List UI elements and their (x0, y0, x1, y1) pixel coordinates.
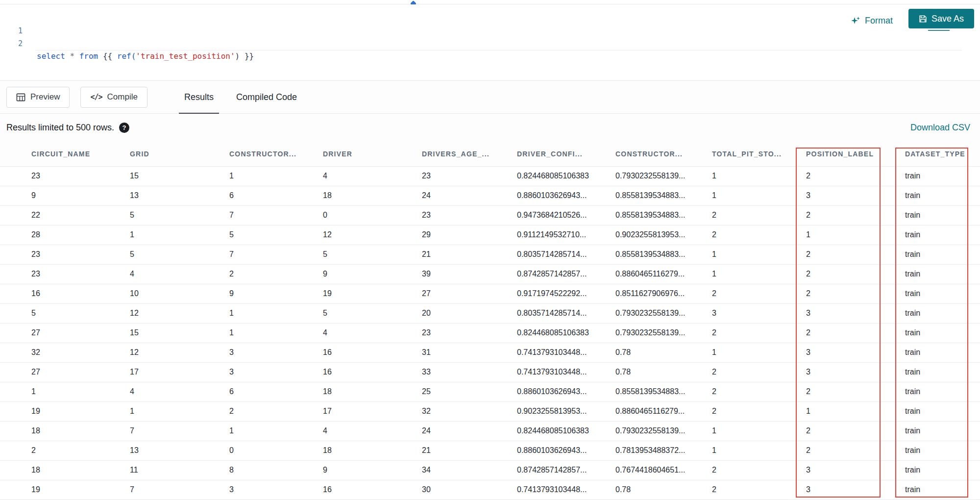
table-row: 22570230.9473684210526...0.8558139534883… (0, 205, 980, 225)
tab-results[interactable]: Results (173, 81, 225, 113)
table-cell: 0.8860465116279... (615, 264, 712, 284)
column-header: DRIVER_CONFI... (517, 142, 615, 166)
table-cell: 0.8511627906976... (615, 284, 712, 303)
table-cell: train (905, 303, 980, 323)
table-cell: 1 (712, 421, 806, 441)
table-cell: 9 (0, 186, 130, 205)
table-cell: 1 (130, 225, 229, 245)
code-token: {{ (98, 51, 117, 61)
table-cell: 0.8742857142857... (517, 264, 615, 284)
code-token: from (79, 51, 98, 61)
table-row: 14618250.8860103626943...0.8558139534883… (0, 382, 980, 401)
table-cell: 12 (130, 303, 229, 323)
table-cell: 2 (712, 362, 806, 382)
table-cell: 9 (323, 264, 422, 284)
table-row: 23575210.8035714285714...0.8558139534883… (0, 245, 980, 264)
results-info-bar: Results limited to 500 rows. ? Download … (0, 114, 980, 142)
code-token: ref( (117, 51, 136, 61)
table-cell: 0.7674418604651... (615, 460, 712, 480)
table-cell: 39 (422, 264, 517, 284)
table-cell: 0.8558139534883... (615, 186, 712, 205)
table-cell: 0.8860103626943... (517, 382, 615, 401)
compile-label: Compile (107, 92, 138, 102)
table-cell: 4 (130, 264, 229, 284)
table-cell: 23 (422, 205, 517, 225)
table-cell: 0.7813953488372... (615, 441, 712, 460)
preview-button[interactable]: Preview (6, 87, 70, 108)
table-cell: 0.7930232558139... (615, 421, 712, 441)
table-cell: 1 (806, 401, 905, 421)
compile-button[interactable]: </> Compile (80, 87, 147, 108)
table-cell: 2 (229, 401, 323, 421)
table-cell: 2 (806, 323, 905, 343)
table-cell: train (905, 441, 980, 460)
format-button[interactable]: Format (851, 13, 893, 28)
table-cell: 5 (323, 245, 422, 264)
table-cell: 0.78 (615, 343, 712, 362)
teal-underline-artifact (928, 30, 950, 31)
table-cell: 7 (229, 205, 323, 225)
table-row: 23429390.8742857142857...0.8860465116279… (0, 264, 980, 284)
download-csv-link[interactable]: Download CSV (910, 123, 970, 133)
table-row: 18714240.8244680851063830.7930232558139.… (0, 421, 980, 441)
table-row: 913618240.8860103626943...0.855813953488… (0, 186, 980, 205)
table-cell: 33 (422, 362, 517, 382)
table-row: 181189340.8742857142857...0.767441860465… (0, 460, 980, 480)
table-cell: 4 (323, 421, 422, 441)
table-cell: 0.9023255813953... (615, 225, 712, 245)
table-cell: 2 (806, 245, 905, 264)
table-cell: 23 (0, 245, 130, 264)
format-label: Format (865, 16, 893, 26)
table-row: 271514230.8244680851063830.7930232558139… (0, 323, 980, 343)
table-cell: 0.824468085106383 (517, 323, 615, 343)
table-cell: 11 (130, 460, 229, 480)
table-cell: 9 (229, 284, 323, 303)
table-cell: 2 (0, 441, 130, 460)
editor-code[interactable]: select * from {{ ref('train_test_positio… (37, 25, 254, 88)
table-cell: 7 (130, 421, 229, 441)
table-cell: 2 (806, 264, 905, 284)
table-cell: 19 (323, 284, 422, 303)
code-line-1[interactable]: select * from {{ ref('train_test_positio… (37, 50, 254, 63)
table-cell: 16 (323, 480, 422, 500)
table-cell: 12 (130, 343, 229, 362)
table-cell: 19 (0, 401, 130, 421)
table-cell: 0.824468085106383 (517, 166, 615, 186)
table-cell: 31 (422, 343, 517, 362)
table-cell: 7 (130, 480, 229, 500)
results-table: CIRCUIT_NAMEGRIDCONSTRUCTOR...DRIVERDRIV… (0, 142, 980, 500)
table-cell: 25 (422, 382, 517, 401)
sparkles-icon (851, 16, 860, 25)
table-cell: 16 (0, 284, 130, 303)
column-header: CONSTRUCTOR... (229, 142, 323, 166)
table-cell: 2 (806, 441, 905, 460)
code-token: ) }} (235, 51, 254, 61)
table-cell: 19 (0, 480, 130, 500)
table-cell: 27 (0, 362, 130, 382)
table-cell: 1 (229, 303, 323, 323)
results-limit-text: Results limited to 500 rows. (6, 123, 114, 133)
table-cell: train (905, 284, 980, 303)
table-cell: 0.8035714285714... (517, 245, 615, 264)
table-cell: 1 (712, 245, 806, 264)
table-cell: 1 (712, 264, 806, 284)
table-row: 51215200.8035714285714...0.7930232558139… (0, 303, 980, 323)
table-cell: 7 (229, 245, 323, 264)
table-cell: 15 (130, 166, 229, 186)
table-cell: 24 (422, 186, 517, 205)
table-cell: 5 (130, 205, 229, 225)
save-as-button[interactable]: Save As (908, 9, 974, 28)
table-cell: train (905, 166, 980, 186)
table-cell: 6 (229, 382, 323, 401)
table-cell: 0.9023255813953... (517, 401, 615, 421)
table-cell: train (905, 382, 980, 401)
table-cell: 1 (712, 186, 806, 205)
table-row: 191217320.9023255813953...0.886046511627… (0, 401, 980, 421)
tab-compiled-code[interactable]: Compiled Code (225, 81, 308, 113)
help-icon[interactable]: ? (119, 123, 129, 133)
table-cell: 1 (712, 166, 806, 186)
sql-ide-window: { "editor": { "line_numbers": ["1", "2"]… (0, 0, 980, 500)
table-cell: train (905, 264, 980, 284)
table-cell: 0.7413793103448... (517, 343, 615, 362)
tab-compiled-code-label: Compiled Code (236, 92, 297, 102)
